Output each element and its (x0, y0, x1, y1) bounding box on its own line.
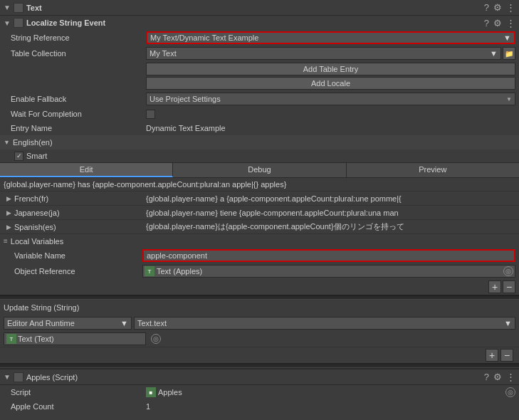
apple-count-row: Apple Count 1 (0, 399, 519, 414)
text-object-circle-btn[interactable]: ◎ (151, 334, 161, 344)
wait-for-completion-content (146, 110, 515, 119)
update-string-title: Update String (String) (4, 303, 79, 312)
enable-fallback-row: Enable Fallback Use Project Settings ▼ (0, 91, 519, 107)
localize-title: Localize String Event (26, 19, 105, 27)
spanish-label: ▶ Spanish(es) (4, 223, 146, 231)
top-panel-header: ▼ Text ? ⚙ ⋮ (0, 0, 519, 16)
menu-icon[interactable]: ⋮ (506, 2, 515, 13)
table-dd-arrow: ▼ (490, 49, 498, 58)
spanish-row: ▶ Spanish(es) {global.player-name}は{appl… (0, 219, 519, 233)
entry-name-content: Dynamic Text Example (146, 124, 515, 132)
table-collection-row: Table Collection My Text ▼ 📁 (0, 46, 519, 61)
french-lang-label: French(fr) (14, 194, 48, 203)
apples-title: Apples (Script) (26, 373, 78, 382)
object-reference-circle-btn[interactable]: ◎ (503, 266, 513, 276)
apples-header: ▼ Apples (Script) ? ⚙ ⋮ (0, 368, 519, 385)
local-vars-plus-btn[interactable]: + (488, 280, 501, 293)
variable-name-row: Variable Name apple-component (0, 248, 519, 263)
tabs-row: Edit Debug Preview (0, 162, 519, 178)
update-field-arrow: ▼ (504, 319, 512, 327)
script-icon: ■ (146, 387, 156, 397)
enable-fallback-dropdown[interactable]: Use Project Settings ▼ (146, 93, 515, 105)
string-reference-dropdown[interactable]: My Text/Dynamic Text Example ▼ (146, 31, 515, 44)
localize-section-header: ▼ Localize String Event ? ⚙ ⋮ (0, 16, 519, 30)
entry-name-row: Entry Name Dynamic Text Example (0, 121, 519, 135)
string-ref-arrow: ▼ (503, 33, 511, 42)
local-vars-plus-minus: + − (0, 279, 519, 295)
tab-preview[interactable]: Preview (347, 163, 519, 177)
apples-gear-icon[interactable]: ⚙ (493, 372, 502, 382)
localize-collapse-arrow[interactable]: ▼ (4, 19, 11, 27)
update-mode-dropdown[interactable]: Editor And Runtime ▼ (4, 317, 132, 330)
local-vars-minus-btn[interactable]: − (503, 280, 515, 293)
toggle-icon2 (14, 18, 23, 28)
french-row: ▶ French(fr) {global.player-name} a {app… (0, 191, 519, 205)
folder-icon: 📁 (505, 50, 513, 58)
spanish-arrow[interactable]: ▶ (6, 224, 11, 231)
localize-panel: ▼ Localize String Event ? ⚙ ⋮ String Ref… (0, 16, 519, 295)
table-collection-dropdown[interactable]: My Text ▼ (146, 47, 501, 60)
variable-name-label: Variable Name (14, 251, 142, 260)
enable-fallback-label: Enable Fallback (4, 95, 146, 103)
table-collection-folder-btn[interactable]: 📁 (503, 47, 515, 60)
table-collection-label: Table Collection (4, 49, 146, 58)
localize-gear-icon[interactable]: ⚙ (493, 18, 502, 28)
table-collection-content: My Text ▼ 📁 (146, 47, 515, 60)
object-reference-content: T Text (Apples) ◎ (142, 265, 515, 278)
variable-name-value: apple-component (147, 251, 207, 260)
smart-label: Smart (26, 152, 47, 160)
wait-for-completion-label: Wait For Completion (4, 110, 146, 118)
tab-edit[interactable]: Edit (0, 163, 173, 177)
enable-fallback-content: Use Project Settings ▼ (146, 93, 515, 105)
update-field-dropdown[interactable]: Text.text ▼ (134, 317, 515, 330)
object-reference-label: Object Reference (14, 267, 142, 275)
object-icon: T (145, 266, 154, 276)
english-row: ▼ English(en) (0, 135, 519, 149)
script-content: ■ Apples ◎ (146, 387, 515, 397)
french-label: ▶ French(fr) (4, 194, 146, 203)
update-string-plus-minus: + − (0, 347, 519, 363)
apples-collapse-arrow[interactable]: ▼ (4, 373, 11, 381)
update-string-panel: Update String (String) Editor And Runtim… (0, 300, 519, 364)
entry-name-value: Dynamic Text Example (146, 124, 226, 132)
fallback-arrow: ▼ (506, 96, 512, 103)
question-icon[interactable]: ? (484, 2, 489, 13)
japanese-arrow[interactable]: ▶ (6, 209, 11, 216)
localize-question-icon[interactable]: ? (484, 18, 489, 28)
french-value: {global.player-name} a {apple-component.… (146, 194, 515, 203)
update-minus-btn[interactable]: − (500, 349, 513, 362)
english-label: English(en) (13, 138, 53, 147)
object-reference-row: Object Reference T Text (Apples) ◎ (0, 263, 519, 279)
string-reference-label: String Reference (4, 33, 146, 42)
toggle-icon (14, 3, 23, 13)
script-circle-btn[interactable]: ◎ (505, 387, 515, 397)
text-obj-icon: T (6, 334, 16, 344)
spanish-lang-label: Spanish(es) (14, 223, 56, 231)
script-row: Script ■ Apples ◎ (0, 385, 519, 399)
smart-checkbox[interactable] (14, 152, 23, 161)
japanese-row: ▶ Japanese(ja) {global.player-name} tien… (0, 205, 519, 219)
update-string-row: Editor And Runtime ▼ Text.text ▼ (0, 315, 519, 331)
apples-menu-icon[interactable]: ⋮ (506, 372, 515, 382)
text-object-value: Text (Text) (18, 335, 54, 343)
add-locale-button[interactable]: Add Locale (146, 77, 515, 90)
english-text: {global.player-name} has {apple-componen… (4, 180, 286, 189)
apples-panel: ▼ Apples (Script) ? ⚙ ⋮ Script ■ Apples … (0, 368, 519, 414)
add-buttons-container: Add Table Entry Add Locale (0, 61, 519, 91)
variable-name-input[interactable]: apple-component (142, 249, 515, 262)
smart-row: Smart (0, 149, 519, 162)
french-arrow[interactable]: ▶ (6, 195, 11, 202)
gear-icon[interactable]: ⚙ (493, 2, 502, 13)
add-table-entry-button[interactable]: Add Table Entry (146, 63, 515, 75)
string-reference-row: String Reference My Text/Dynamic Text Ex… (0, 30, 519, 46)
script-label: Script (4, 388, 146, 397)
english-arrow[interactable]: ▼ (4, 139, 10, 146)
update-plus-btn[interactable]: + (486, 349, 498, 362)
wait-for-completion-checkbox[interactable] (146, 110, 155, 119)
localize-menu-icon[interactable]: ⋮ (506, 18, 515, 28)
collapse-arrow[interactable]: ▼ (4, 4, 11, 11)
tab-debug[interactable]: Debug (173, 163, 346, 177)
local-vars-collapse[interactable]: ≡ (4, 237, 8, 245)
update-string-header: Update String (String) (0, 300, 519, 315)
apples-question-icon[interactable]: ? (484, 372, 489, 382)
